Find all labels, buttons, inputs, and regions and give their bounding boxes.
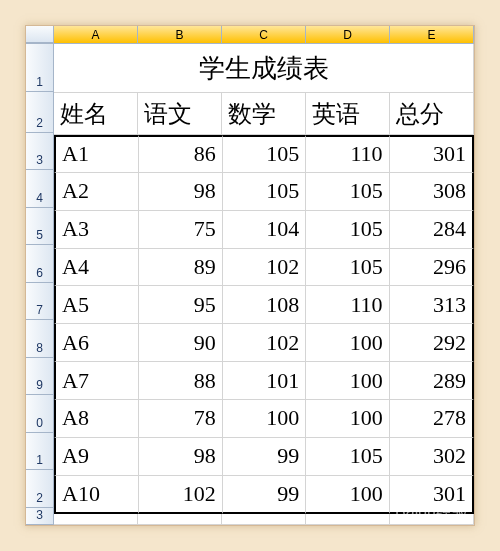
row-headers: 1 2 3 4 5 6 7 8 9 0 1 2 3: [26, 44, 54, 525]
chinese-cell[interactable]: 89: [139, 249, 222, 287]
row-header-7[interactable]: 7: [26, 283, 54, 321]
english-cell[interactable]: 105: [306, 438, 389, 476]
math-cell[interactable]: 105: [223, 135, 306, 173]
row-header-11[interactable]: 1: [26, 433, 54, 471]
chinese-cell[interactable]: 90: [139, 324, 222, 362]
total-cell[interactable]: 313: [390, 286, 474, 324]
row-header-8[interactable]: 8: [26, 320, 54, 358]
row-header-10[interactable]: 0: [26, 395, 54, 433]
row-header-1[interactable]: 1: [26, 44, 54, 92]
english-cell[interactable]: 100: [306, 324, 389, 362]
english-cell[interactable]: 100: [306, 400, 389, 438]
row-header-4[interactable]: 4: [26, 170, 54, 208]
table-row: A2 98 105 105 308: [54, 173, 474, 211]
english-cell[interactable]: 100: [306, 362, 389, 400]
name-cell[interactable]: A8: [54, 400, 139, 438]
row-header-3[interactable]: 3: [26, 133, 54, 171]
math-cell[interactable]: 99: [223, 476, 306, 514]
table-row: A7 88 101 100 289: [54, 362, 474, 400]
table-row: A6 90 102 100 292: [54, 324, 474, 362]
empty-cell[interactable]: [390, 514, 474, 525]
title-row: 学生成绩表: [54, 44, 474, 93]
spreadsheet: A B C D E 1 2 3 4 5 6 7 8 9 0 1 2 3 学生成绩…: [25, 25, 475, 526]
math-cell[interactable]: 101: [223, 362, 306, 400]
name-cell[interactable]: A1: [54, 135, 139, 173]
header-name[interactable]: 姓名: [54, 93, 138, 135]
name-cell[interactable]: A4: [54, 249, 139, 287]
total-cell[interactable]: 289: [390, 362, 474, 400]
header-row: 姓名 语文 数学 英语 总分: [54, 93, 474, 135]
row-header-5[interactable]: 5: [26, 208, 54, 246]
total-cell[interactable]: 301: [390, 476, 474, 514]
chinese-cell[interactable]: 78: [139, 400, 222, 438]
math-cell[interactable]: 99: [223, 438, 306, 476]
empty-row: [54, 514, 474, 525]
math-cell[interactable]: 102: [223, 249, 306, 287]
chinese-cell[interactable]: 98: [139, 438, 222, 476]
total-cell[interactable]: 308: [390, 173, 474, 211]
select-all-corner[interactable]: [26, 26, 54, 43]
header-english[interactable]: 英语: [306, 93, 390, 135]
name-cell[interactable]: A10: [54, 476, 139, 514]
row-header-12[interactable]: 2: [26, 470, 54, 508]
chinese-cell[interactable]: 88: [139, 362, 222, 400]
column-headers: A B C D E: [26, 26, 474, 44]
title-cell[interactable]: 学生成绩表: [54, 44, 474, 93]
table-row: A1 86 105 110 301: [54, 135, 474, 173]
name-cell[interactable]: A9: [54, 438, 139, 476]
math-cell[interactable]: 100: [223, 400, 306, 438]
total-cell[interactable]: 302: [390, 438, 474, 476]
table-row: A5 95 108 110 313: [54, 286, 474, 324]
total-cell[interactable]: 284: [390, 211, 474, 249]
chinese-cell[interactable]: 86: [139, 135, 222, 173]
row-header-2[interactable]: 2: [26, 92, 54, 133]
name-cell[interactable]: A7: [54, 362, 139, 400]
english-cell[interactable]: 110: [306, 135, 389, 173]
header-total[interactable]: 总分: [390, 93, 474, 135]
name-cell[interactable]: A3: [54, 211, 139, 249]
header-chinese[interactable]: 语文: [138, 93, 222, 135]
name-cell[interactable]: A2: [54, 173, 139, 211]
math-cell[interactable]: 105: [223, 173, 306, 211]
math-cell[interactable]: 102: [223, 324, 306, 362]
table-row: A8 78 100 100 278: [54, 400, 474, 438]
chinese-cell[interactable]: 102: [139, 476, 222, 514]
empty-cell[interactable]: [306, 514, 390, 525]
grid: 学生成绩表 姓名 语文 数学 英语 总分 A1 86 105 110 301 A…: [54, 44, 474, 525]
table-row: A10 102 99 100 301: [54, 476, 474, 514]
row-header-9[interactable]: 9: [26, 358, 54, 396]
column-header-b[interactable]: B: [138, 26, 222, 43]
chinese-cell[interactable]: 75: [139, 211, 222, 249]
column-header-c[interactable]: C: [222, 26, 306, 43]
table-row: A9 98 99 105 302: [54, 438, 474, 476]
name-cell[interactable]: A5: [54, 286, 139, 324]
english-cell[interactable]: 110: [306, 286, 389, 324]
column-header-a[interactable]: A: [54, 26, 138, 43]
table-row: A4 89 102 105 296: [54, 249, 474, 287]
math-cell[interactable]: 104: [223, 211, 306, 249]
column-header-d[interactable]: D: [306, 26, 390, 43]
row-header-6[interactable]: 6: [26, 245, 54, 283]
table-row: A3 75 104 105 284: [54, 211, 474, 249]
english-cell[interactable]: 105: [306, 211, 389, 249]
english-cell[interactable]: 105: [306, 173, 389, 211]
total-cell[interactable]: 301: [390, 135, 474, 173]
empty-cell[interactable]: [138, 514, 222, 525]
total-cell[interactable]: 292: [390, 324, 474, 362]
chinese-cell[interactable]: 95: [139, 286, 222, 324]
name-cell[interactable]: A6: [54, 324, 139, 362]
english-cell[interactable]: 100: [306, 476, 389, 514]
empty-cell[interactable]: [222, 514, 306, 525]
chinese-cell[interactable]: 98: [139, 173, 222, 211]
math-cell[interactable]: 108: [223, 286, 306, 324]
column-header-e[interactable]: E: [390, 26, 474, 43]
header-math[interactable]: 数学: [222, 93, 306, 135]
total-cell[interactable]: 278: [390, 400, 474, 438]
total-cell[interactable]: 296: [390, 249, 474, 287]
empty-cell[interactable]: [54, 514, 138, 525]
english-cell[interactable]: 105: [306, 249, 389, 287]
row-header-13[interactable]: 3: [26, 508, 54, 525]
